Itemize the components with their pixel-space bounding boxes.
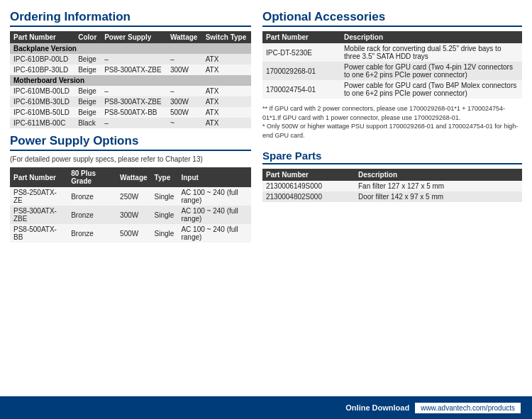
table-row: 2130004802S000Door filter 142 x 97 x 5 m…	[262, 191, 522, 202]
table-row: IPC-610MB-00LDBeige––ATX	[10, 86, 251, 96]
col-power-supply: Power Supply	[101, 31, 167, 43]
ps-col-type: Type	[151, 167, 178, 187]
sp-col-desc: Description	[355, 169, 522, 181]
optional-table: Part Number Description IPC-DT-5230EMobi…	[262, 31, 522, 99]
table-row: IPC-610BP-00LDBeige––ATX	[10, 54, 251, 65]
col-switch-type: Switch Type	[202, 31, 251, 43]
optional-title: Optional Accessories	[262, 10, 522, 27]
table-row: IPC-611MB-00CBlack–~ATX	[10, 118, 251, 128]
table-row: IPC-610MB-30LDBeigePS8-300ATX-ZBE300WATX	[10, 96, 251, 107]
power-supply-title: Power Supply Options	[10, 134, 251, 151]
opt-col-desc: Description	[340, 31, 522, 43]
col-color: Color	[74, 31, 101, 43]
footer-label: Online Download	[345, 403, 409, 412]
table-row: 1700029268-01Power cable for GPU card (T…	[262, 62, 522, 80]
power-supply-table: Part Number 80 Plus Grade Wattage Type I…	[10, 167, 251, 242]
footer-bar: Online Download www.advantech.com/produc…	[0, 396, 532, 419]
col-part-number: Part Number	[10, 31, 74, 43]
ordering-title: Ordering Information	[10, 10, 251, 27]
ordering-section-header: Backplane Version	[10, 43, 251, 54]
spare-parts-title: Spare Parts	[262, 150, 522, 164]
ps-col-part: Part Number	[10, 167, 67, 187]
footer-url: www.advantech.com/products	[415, 403, 521, 413]
opt-col-part: Part Number	[262, 31, 340, 43]
table-row: IPC-DT-5230EMobile rack for converting d…	[262, 43, 522, 62]
table-row: PS8-300ATX-ZBEBronze300WSingleAC 100 ~ 2…	[10, 206, 251, 224]
ps-col-wattage: Wattage	[116, 167, 151, 187]
optional-notes: ** If GPU card with 2 power connectors, …	[262, 104, 522, 140]
table-row: PS8-500ATX-BBBronze500WSingleAC 100 ~ 24…	[10, 224, 251, 242]
ps-col-input: Input	[177, 167, 251, 187]
table-row: 2130006149S000Fan filter 127 x 127 x 5 m…	[262, 181, 522, 191]
table-row: IPC-610BP-30LDBeigePS8-300ATX-ZBE300WATX	[10, 65, 251, 75]
sp-col-part: Part Number	[262, 169, 355, 181]
ordering-section-header: Motherboard Version	[10, 75, 251, 86]
ordering-table: Part Number Color Power Supply Wattage S…	[10, 31, 251, 128]
power-supply-note: (For detailed power supply specs, please…	[10, 155, 251, 163]
table-row: IPC-610MB-50LDBeigePS8-500ATX-BB500WATX	[10, 107, 251, 118]
spare-parts-table: Part Number Description 2130006149S000Fa…	[262, 169, 522, 202]
ps-col-grade: 80 Plus Grade	[67, 167, 116, 187]
table-row: PS8-250ATX-ZEBronze250WSingleAC 100 ~ 24…	[10, 187, 251, 206]
table-row: 1700024754-01Power cable for GPU card (T…	[262, 80, 522, 99]
col-wattage: Wattage	[167, 31, 202, 43]
